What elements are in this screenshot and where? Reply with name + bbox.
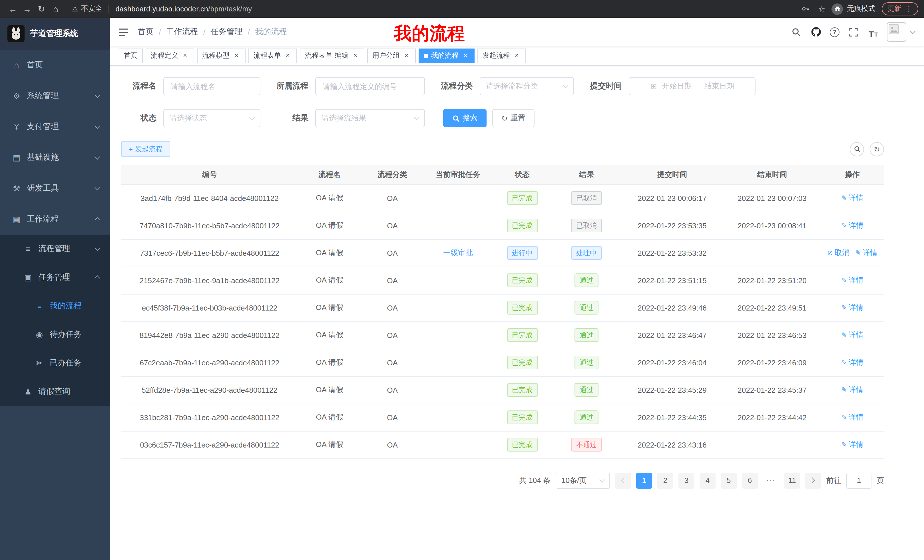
sidebar-item-leave-query[interactable]: ♟请假查询	[0, 377, 110, 406]
sidebar-item-infrastructure[interactable]: ▤基础设施	[0, 142, 110, 173]
help-icon[interactable]: ?	[830, 27, 840, 37]
breadcrumb-item[interactable]: 首页	[138, 27, 154, 37]
close-icon[interactable]: ×	[461, 52, 470, 60]
sidebar-item-home[interactable]: ⌂首页	[0, 49, 110, 81]
key-icon[interactable]	[799, 3, 812, 15]
search-icon[interactable]	[790, 26, 802, 38]
search-button[interactable]: 搜索	[443, 109, 486, 127]
avatar-caret-icon[interactable]	[910, 28, 916, 34]
tab-user-group[interactable]: 用户分组×	[367, 48, 416, 63]
category-select[interactable]: 请选择流程分类	[480, 77, 574, 95]
table-row: 67c2eaab-7b9a-11ec-a290-acde48001122OA 请…	[121, 349, 884, 376]
breadcrumb-item[interactable]: 任务管理	[211, 27, 243, 37]
tab-process-form[interactable]: 流程表单×	[248, 48, 297, 63]
detail-link[interactable]: ✎详情	[841, 220, 864, 231]
sidebar-item-done-tasks[interactable]: ✂已办任务	[0, 349, 110, 377]
address-bar[interactable]: dashboard.yudao.iocoder.cn/bpm/task/my	[116, 5, 252, 13]
chevron-right-icon	[810, 478, 815, 483]
browser-menu-dots-icon[interactable]: ⋮	[905, 4, 913, 13]
cell-category: OA	[361, 294, 424, 321]
breadcrumb-item[interactable]: 工作流程	[166, 27, 198, 37]
tab-my-process[interactable]: 我的流程×	[418, 48, 475, 63]
browser-update-button[interactable]: 更新 ⋮	[882, 2, 918, 15]
site-security-indicator[interactable]: ⚠ 不安全	[72, 4, 102, 14]
filter-result: 结果请选择流结果	[273, 109, 425, 127]
detail-link[interactable]: ✎详情	[841, 357, 864, 368]
refresh-table-button[interactable]: ↻	[870, 142, 884, 156]
hamburger-menu-icon[interactable]	[119, 28, 129, 36]
start-process-button[interactable]: + 发起流程	[121, 141, 170, 157]
page-button-2[interactable]: 2	[657, 472, 673, 488]
sidebar-item-process-mgmt[interactable]: ≡流程管理	[0, 235, 110, 263]
cell-status: 已完成	[492, 212, 552, 239]
browser-forward-icon[interactable]: →	[20, 2, 34, 16]
sidebar-item-dev-tools[interactable]: ⚒研发工具	[0, 173, 110, 204]
sidebar-item-system-mgmt[interactable]: ⚙系统管理	[0, 81, 110, 111]
tab-label: 流程表单-编辑	[305, 51, 348, 60]
tab-home[interactable]: 首页	[119, 48, 143, 63]
github-icon[interactable]	[810, 26, 822, 38]
detail-link[interactable]: ✎详情	[841, 385, 864, 395]
cell-id: 2152467e-7b9b-11ec-9a1b-acde48001122	[121, 267, 298, 294]
sidebar-item-workflow[interactable]: ▦工作流程	[0, 204, 110, 235]
page-button-6[interactable]: 6	[742, 472, 758, 488]
page-button-5[interactable]: 5	[721, 472, 736, 488]
detail-link[interactable]: ✎详情	[855, 248, 878, 258]
font-size-icon[interactable]: TT	[867, 26, 879, 38]
browser-back-icon[interactable]: ←	[6, 2, 20, 16]
result-tag: 已取消	[571, 219, 602, 232]
browser-reload-icon[interactable]: ↻	[34, 2, 48, 16]
next-page-button[interactable]	[805, 472, 821, 488]
cell-submit-time: 2022-01-22 23:46:04	[621, 349, 723, 376]
cancel-link[interactable]: ⊘取消	[827, 248, 849, 258]
status-select[interactable]: 请选择状态	[164, 109, 260, 127]
tab-process-model[interactable]: 流程模型×	[197, 48, 246, 63]
tab-start-process[interactable]: 发起流程×	[477, 48, 526, 63]
reset-button[interactable]: ↻ 重置	[492, 109, 534, 127]
detail-link[interactable]: ✎详情	[841, 193, 864, 203]
parent-input[interactable]	[315, 77, 425, 95]
fullscreen-icon[interactable]	[847, 26, 860, 38]
close-icon[interactable]: ×	[403, 52, 411, 60]
date-start-placeholder: 开始日期	[662, 81, 692, 91]
home-icon: ⌂	[11, 60, 22, 70]
tab-process-form-edit[interactable]: 流程表单-编辑×	[300, 48, 364, 63]
detail-link[interactable]: ✎详情	[841, 275, 864, 285]
submit-time-range-picker[interactable]: ⊞开始日期-结束日期	[629, 77, 756, 95]
sidebar-item-label: 我的流程	[50, 301, 99, 311]
result-select[interactable]: 请选择流结果	[315, 109, 425, 127]
sidebar-item-payment-mgmt[interactable]: ¥支付管理	[0, 111, 110, 142]
close-icon[interactable]: ×	[284, 52, 292, 60]
page-button-11[interactable]: 11	[784, 472, 800, 488]
page-button-1[interactable]: 1	[636, 472, 652, 488]
detail-link[interactable]: ✎详情	[841, 330, 864, 340]
sidebar-item-task-mgmt[interactable]: ▣任务管理	[0, 263, 110, 292]
breadcrumb-item[interactable]: 我的流程	[255, 27, 287, 37]
detail-link[interactable]: ✎详情	[841, 412, 864, 422]
sidebar-item-my-process[interactable]: ◒我的流程	[0, 292, 110, 320]
page-size-select[interactable]: 10条/页	[556, 472, 610, 488]
page-button-3[interactable]: 3	[678, 472, 694, 488]
cell-current-task	[424, 404, 492, 431]
app-logo-bar[interactable]: 芋道管理系统	[0, 18, 110, 49]
close-icon[interactable]: ×	[351, 52, 359, 60]
sidebar-item-label: 请假查询	[38, 386, 99, 397]
name-input[interactable]	[164, 77, 260, 95]
page-button-4[interactable]: 4	[700, 472, 716, 488]
sidebar-item-todo-tasks[interactable]: ◉待办任务	[0, 320, 110, 349]
edit-icon: ✎	[841, 441, 847, 449]
close-icon[interactable]: ×	[513, 52, 521, 60]
jump-page-input[interactable]	[846, 472, 872, 488]
bookmark-star-icon[interactable]: ☆	[818, 4, 825, 13]
detail-link[interactable]: ✎详情	[841, 440, 864, 450]
close-icon[interactable]: ×	[181, 52, 189, 60]
tab-process-definition[interactable]: 流程定义×	[146, 48, 194, 63]
close-icon[interactable]: ×	[232, 52, 240, 60]
prev-page-button[interactable]	[615, 472, 631, 488]
cell-current-task	[424, 376, 492, 404]
current-task-link[interactable]: 一级审批	[443, 248, 473, 257]
toggle-search-button[interactable]	[850, 142, 864, 156]
browser-home-icon[interactable]: ⌂	[48, 2, 63, 16]
detail-link[interactable]: ✎详情	[841, 302, 864, 313]
avatar[interactable]	[887, 22, 906, 42]
